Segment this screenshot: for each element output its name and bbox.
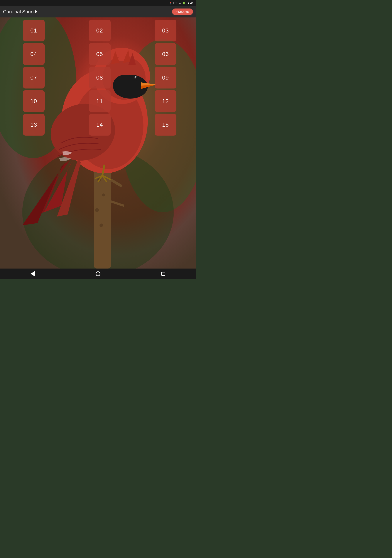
status-bar: 📍 LTE ▲ 🔋 7:43 xyxy=(0,0,196,6)
sound-button-05[interactable]: 05 xyxy=(89,43,111,65)
sound-button-13[interactable]: 13 xyxy=(23,114,45,136)
sound-button-01[interactable]: 01 xyxy=(23,20,45,41)
recent-button[interactable] xyxy=(158,269,169,279)
grid-row-1: 01 02 03 xyxy=(2,20,194,41)
sound-grid: 01 02 03 04 05 06 07 08 09 10 11 12 13 1… xyxy=(0,17,196,269)
sound-button-04[interactable]: 04 xyxy=(23,43,45,65)
sound-button-06[interactable]: 06 xyxy=(155,43,176,65)
lte-icon: LTE xyxy=(173,2,178,4)
sound-button-12[interactable]: 12 xyxy=(155,90,176,112)
app-title: Cardinal Sounds xyxy=(3,9,169,15)
sound-button-02[interactable]: 02 xyxy=(89,20,111,41)
sound-button-08[interactable]: 08 xyxy=(89,67,111,88)
status-time: 7:43 xyxy=(188,1,193,5)
signal-icon: ▲ xyxy=(179,2,181,4)
sound-button-03[interactable]: 03 xyxy=(155,20,176,41)
back-icon xyxy=(31,271,35,276)
main-content: 01 02 03 04 05 06 07 08 09 10 11 12 13 1… xyxy=(0,17,196,269)
grid-row-5: 13 14 15 xyxy=(2,114,194,136)
grid-row-4: 10 11 12 xyxy=(2,90,194,112)
sound-button-09[interactable]: 09 xyxy=(155,67,176,88)
sound-button-10[interactable]: 10 xyxy=(23,90,45,112)
sound-button-07[interactable]: 07 xyxy=(23,67,45,88)
grid-row-3: 07 08 09 xyxy=(2,67,194,88)
nav-bar xyxy=(0,269,196,279)
sound-button-14[interactable]: 14 xyxy=(89,114,111,136)
location-icon: 📍 xyxy=(169,2,172,5)
grid-row-2: 04 05 06 xyxy=(2,43,194,65)
home-button[interactable] xyxy=(93,269,103,279)
battery-icon: 🔋 xyxy=(182,2,186,5)
sound-button-15[interactable]: 15 xyxy=(155,114,176,136)
back-button[interactable] xyxy=(27,269,38,279)
app-bar: Cardinal Sounds +SHARE xyxy=(0,6,196,17)
recent-icon xyxy=(161,272,165,276)
sound-button-11[interactable]: 11 xyxy=(89,90,111,112)
share-button[interactable]: +SHARE xyxy=(172,9,193,15)
home-icon xyxy=(96,271,100,276)
